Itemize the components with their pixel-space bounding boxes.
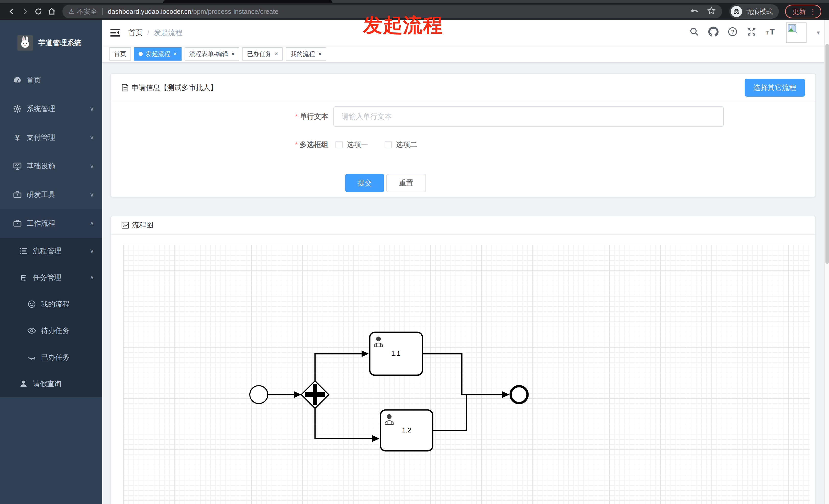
- checkbox-option-2[interactable]: 选项二: [385, 138, 417, 152]
- close-icon[interactable]: ×: [275, 51, 278, 57]
- person-icon: [19, 380, 28, 388]
- close-icon[interactable]: ×: [231, 51, 235, 57]
- submit-button[interactable]: 提交: [345, 174, 384, 192]
- diagram-header: 流程图: [111, 216, 815, 235]
- tab-label: 首页: [114, 50, 126, 58]
- sidebar-item-home[interactable]: 首页: [0, 66, 102, 94]
- checkbox-box[interactable]: [385, 141, 392, 148]
- sidebar-item-done-tasks[interactable]: 已办任务: [0, 344, 102, 371]
- tab-label: 流程表单-编辑: [189, 50, 228, 58]
- bookmark-star-icon[interactable]: [707, 6, 716, 17]
- org-tree-icon: [19, 273, 28, 282]
- search-icon[interactable]: [689, 27, 699, 39]
- required-asterisk: *: [295, 112, 298, 120]
- page-content: 申请信息【测试多审批人】 选择其它流程 *单行文本 *多选框组 选项一 选项二 …: [102, 63, 829, 504]
- user-task-1-2[interactable]: 1.2: [381, 410, 433, 451]
- app-logo: [17, 35, 33, 51]
- smiley-face-icon: [27, 300, 36, 308]
- select-other-process-button[interactable]: 选择其它流程: [745, 79, 805, 96]
- page-scrollbar[interactable]: [824, 20, 829, 504]
- checkbox-label: 选项二: [396, 138, 417, 152]
- diagram-title: 流程图: [132, 220, 153, 230]
- required-asterisk: *: [295, 141, 298, 149]
- sidebar-item-payment[interactable]: ¥ 支付管理 ∨: [0, 123, 102, 152]
- single-line-text-input[interactable]: [333, 106, 724, 127]
- close-icon[interactable]: ×: [318, 51, 322, 57]
- svg-text:T: T: [766, 30, 769, 36]
- avatar[interactable]: [786, 23, 806, 43]
- github-icon[interactable]: [708, 27, 719, 39]
- forward-icon[interactable]: [19, 5, 32, 18]
- sidebar-item-system[interactable]: 系统管理 ∨: [0, 94, 102, 123]
- annotation-text: 发起流程: [363, 12, 443, 39]
- incognito-badge: 无痕模式: [729, 4, 779, 18]
- sidebar-item-label: 我的流程: [41, 299, 94, 309]
- tab-done-tasks[interactable]: 已办任务 ×: [243, 47, 283, 61]
- help-icon[interactable]: ?: [728, 27, 737, 39]
- tab-my-process[interactable]: 我的流程 ×: [286, 47, 326, 61]
- tab-label: 发起流程: [146, 50, 170, 58]
- scrollbar-thumb[interactable]: [825, 44, 829, 264]
- checkbox-group-label: *多选框组: [228, 141, 328, 148]
- tab-form-edit[interactable]: 流程表单-编辑 ×: [185, 47, 239, 61]
- breadcrumb: 首页 / 发起流程: [129, 28, 183, 38]
- toolbox-icon: [13, 190, 22, 199]
- sidebar-item-task-mgmt[interactable]: 任务管理 ∧: [0, 264, 102, 291]
- parallel-gateway[interactable]: [301, 381, 329, 409]
- sidebar-item-label: 基础设施: [27, 161, 89, 171]
- not-secure-label[interactable]: 不安全: [77, 7, 97, 16]
- chevron-up-icon: ∧: [89, 220, 94, 226]
- apply-info-header: 申请信息【测试多审批人】 选择其它流程: [111, 74, 815, 102]
- fullscreen-icon[interactable]: [747, 27, 756, 39]
- start-event[interactable]: [250, 386, 268, 403]
- tab-start-process[interactable]: 发起流程 ×: [134, 47, 182, 61]
- eye-closed-icon: [27, 353, 36, 362]
- chevron-down-icon: ∨: [89, 163, 94, 169]
- url-domain[interactable]: dashboard.yudao.iocoder.cn: [108, 8, 191, 15]
- close-icon[interactable]: ×: [173, 51, 177, 57]
- chevron-down-icon: ∨: [89, 106, 94, 112]
- sidebar-item-todo-tasks[interactable]: 待办任务: [0, 317, 102, 344]
- browser-tab-strip: [0, 0, 829, 3]
- browser-tab[interactable]: [163, 0, 332, 3]
- sidebar-item-process-mgmt[interactable]: 流程管理 ∨: [0, 238, 102, 264]
- checkbox-box[interactable]: [335, 141, 343, 148]
- breadcrumb-home[interactable]: 首页: [129, 28, 143, 38]
- briefcase-icon: [13, 219, 22, 228]
- user-task-1-1[interactable]: 1.1: [370, 332, 423, 375]
- tab-home[interactable]: 首页: [109, 47, 131, 61]
- sidebar-item-infra[interactable]: 基础设施 ∨: [0, 152, 102, 181]
- sidebar-item-label: 工作流程: [27, 219, 89, 228]
- password-key-icon[interactable]: [690, 6, 698, 17]
- single-line-text-label: *单行文本: [228, 106, 328, 127]
- address-divider: [102, 8, 103, 15]
- update-button[interactable]: 更新 ⋮: [785, 5, 821, 18]
- sidebar-item-label: 系统管理: [27, 104, 89, 114]
- checkbox-label: 选项一: [347, 138, 368, 152]
- font-size-icon[interactable]: TT: [766, 27, 777, 39]
- sidebar-item-workflow[interactable]: 工作流程 ∧: [0, 209, 102, 238]
- sidebar-collapse-icon[interactable]: [110, 28, 120, 37]
- list-tree-icon: [19, 247, 28, 255]
- bpmn-canvas[interactable]: 1.1 1.2: [123, 245, 810, 504]
- browser-menu-icon[interactable]: ⋮: [809, 7, 817, 16]
- document-icon: [121, 84, 129, 92]
- home-icon[interactable]: [45, 5, 58, 18]
- reload-icon[interactable]: [32, 5, 45, 18]
- end-event[interactable]: [511, 386, 528, 403]
- sidebar-item-devtools[interactable]: 研发工具 ∨: [0, 181, 102, 209]
- back-icon[interactable]: [5, 5, 19, 18]
- sidebar-item-my-process[interactable]: 我的流程: [0, 291, 102, 317]
- avatar-caret-icon[interactable]: ▼: [816, 30, 821, 36]
- incognito-label: 无痕模式: [746, 7, 773, 16]
- breadcrumb-current: 发起流程: [154, 28, 183, 38]
- tab-label: 我的流程: [290, 50, 315, 58]
- sidebar-item-label: 首页: [27, 75, 94, 85]
- sidebar-item-label: 已办任务: [41, 352, 94, 362]
- reset-button[interactable]: 重置: [386, 174, 426, 192]
- sidebar-item-leave-query[interactable]: 请假查询: [0, 371, 102, 397]
- sidebar-item-label: 流程管理: [33, 246, 89, 256]
- url-path[interactable]: /bpm/process-instance/create: [191, 8, 279, 15]
- checkbox-option-1[interactable]: 选项一: [335, 138, 368, 152]
- tags-view: 首页 发起流程 × 流程表单-编辑 × 已办任务 × 我的流程 ×: [102, 45, 829, 63]
